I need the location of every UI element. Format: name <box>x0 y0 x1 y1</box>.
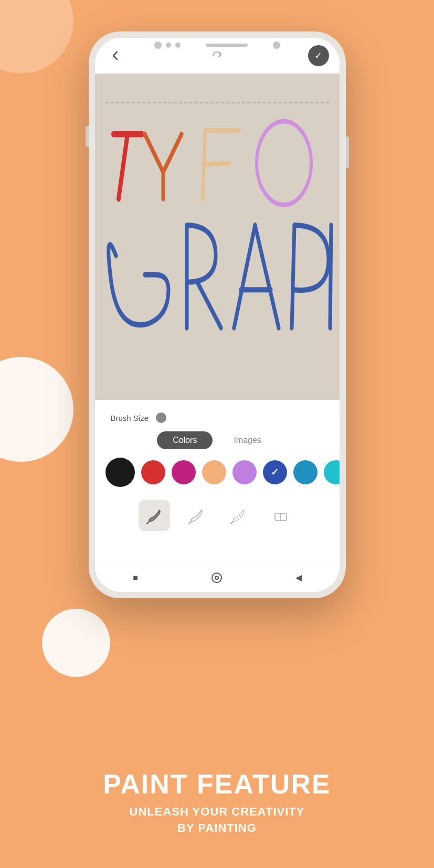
phone-side-button-left <box>86 126 89 147</box>
tab-row: Colors Images <box>95 431 340 449</box>
feature-subtitle: UNLEASH YOUR CREATIVITYBY PAINTING <box>0 804 434 837</box>
svg-line-1 <box>119 134 128 199</box>
color-swatch-row <box>95 458 340 487</box>
svg-line-3 <box>163 134 182 172</box>
drawing-canvas[interactable] <box>95 73 340 400</box>
brush-size-indicator <box>156 412 166 423</box>
stop-icon: ■ <box>133 573 138 583</box>
home-icon <box>210 571 223 584</box>
deco-circle-left <box>0 357 73 462</box>
color-swatch-blue-dark[interactable] <box>263 460 287 484</box>
nav-home-button[interactable] <box>207 568 226 587</box>
svg-rect-19 <box>275 513 287 521</box>
back-nav-icon: ◀ <box>295 573 302 583</box>
bottom-text-section: PAINT FEATURE UNLEASH YOUR CREATIVITYBY … <box>0 768 434 837</box>
brush-size-row: Brush Size <box>95 408 340 431</box>
svg-line-10 <box>197 282 221 328</box>
nav-stop-button[interactable]: ■ <box>126 568 145 587</box>
svg-line-15 <box>330 225 331 327</box>
feature-title: PAINT FEATURE <box>0 768 434 800</box>
color-swatch-black[interactable] <box>105 458 135 487</box>
color-swatch-teal[interactable] <box>293 460 317 484</box>
tab-colors[interactable]: Colors <box>157 431 213 449</box>
svg-line-17 <box>189 522 191 524</box>
color-swatch-cyan[interactable] <box>324 460 340 484</box>
bottom-panel: Brush Size Colors Images <box>95 400 340 563</box>
phone-speaker <box>206 44 248 47</box>
phone-top-bar <box>154 41 280 49</box>
svg-line-18 <box>231 522 233 524</box>
brush-calligraphy-tool[interactable] <box>223 500 254 531</box>
svg-line-14 <box>292 225 294 327</box>
check-icon: ✓ <box>314 50 322 61</box>
nav-bar: ■ ◀ <box>95 563 340 592</box>
phone-sensor <box>273 41 280 49</box>
color-swatch-lavender[interactable] <box>232 460 257 484</box>
svg-line-11 <box>234 225 255 327</box>
color-swatch-peach[interactable] <box>202 460 226 484</box>
drawing-svg <box>95 73 340 400</box>
color-swatch-magenta[interactable] <box>172 460 196 484</box>
brush-solid-tool[interactable] <box>139 500 170 531</box>
deco-circle-bottom <box>42 609 110 677</box>
phone-mockup: ✓ <box>89 31 346 598</box>
back-button[interactable] <box>105 46 125 66</box>
svg-line-7 <box>203 163 229 165</box>
svg-point-22 <box>215 576 218 579</box>
svg-line-16 <box>147 522 149 524</box>
eraser-tool[interactable] <box>264 500 296 531</box>
svg-point-21 <box>212 573 221 583</box>
svg-point-8 <box>257 121 311 205</box>
brush-tool-row <box>95 495 340 535</box>
color-swatch-red[interactable] <box>141 460 165 484</box>
phone-screen: ✓ <box>95 38 340 592</box>
nav-back-button[interactable]: ◀ <box>289 568 308 587</box>
confirm-button[interactable]: ✓ <box>308 45 329 66</box>
brush-outline-tool[interactable] <box>181 500 212 531</box>
deco-circle-top-left <box>0 0 73 73</box>
phone-side-button-right <box>346 136 349 168</box>
camera-dot-1 <box>154 41 162 49</box>
tab-images[interactable]: Images <box>218 431 277 449</box>
svg-line-2 <box>145 134 163 172</box>
svg-line-12 <box>255 225 279 327</box>
camera-dot-2 <box>166 43 171 48</box>
camera-dot-3 <box>175 43 181 48</box>
brush-size-label: Brush Size <box>111 414 149 422</box>
